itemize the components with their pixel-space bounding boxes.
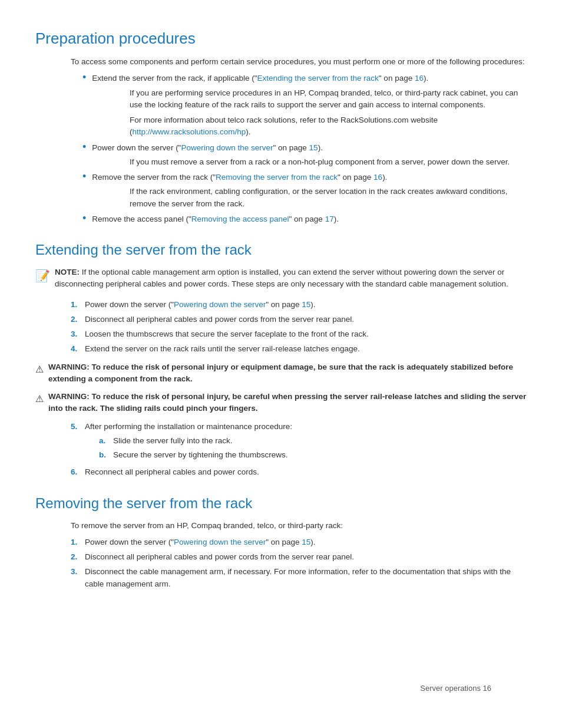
step-text-e3: Loosen the thumbscrews that secure the s… <box>85 328 369 340</box>
bullet-content-2: Power down the server ("Powering down th… <box>92 142 323 154</box>
preparation-intro: To access some components and perform ce… <box>71 56 527 68</box>
step-text-e1: Power down the server ("Powering down th… <box>85 299 316 311</box>
link-racksolutions[interactable]: http://www.racksolutions.com/hp <box>133 127 246 136</box>
link-extending[interactable]: Extending the server from the rack <box>257 74 378 83</box>
bullet-item-1: • Extend the server from the rack, if ap… <box>82 73 527 84</box>
note-text: NOTE: If the optional cable management a… <box>55 266 527 291</box>
warning-box-1: ⚠ WARNING: To reduce the risk of persona… <box>35 361 527 386</box>
bullet-content-3: Remove the server from the rack ("Removi… <box>92 172 387 183</box>
step-text-e4: Extend the server on the rack rails unti… <box>85 343 360 355</box>
note-box: 📝 NOTE: If the optional cable management… <box>35 266 527 291</box>
bullet-content-1: Extend the server from the rack, if appl… <box>92 73 428 84</box>
extending-steps-2: 5. After performing the installation or … <box>71 421 527 479</box>
bullet-2-sub1: If you must remove a server from a rack … <box>130 156 527 168</box>
step-text-r2: Disconnect all peripheral cables and pow… <box>85 551 354 563</box>
link-access-panel[interactable]: Removing the access panel <box>191 215 289 223</box>
step-e6: 6. Reconnect all peripheral cables and p… <box>71 466 527 478</box>
link-page-15-3[interactable]: 15 <box>302 538 310 546</box>
removing-title: Removing the server from the rack <box>35 495 527 512</box>
link-page-16-extend[interactable]: 16 <box>415 74 424 83</box>
bullet-dot-4: • <box>82 212 86 225</box>
step-e4: 4. Extend the server on the rack rails u… <box>71 343 527 355</box>
link-page-16-remove[interactable]: 16 <box>373 173 382 182</box>
bullet-item-3: • Remove the server from the rack ("Remo… <box>82 172 527 183</box>
step-text-e5a: Slide the server fully into the rack. <box>113 435 233 447</box>
step-text-r1: Power down the server ("Powering down th… <box>85 536 316 548</box>
warning-text-1: WARNING: To reduce the risk of personal … <box>48 361 527 386</box>
step-num-e5: 5. <box>71 421 85 433</box>
link-page-17[interactable]: 17 <box>325 215 334 223</box>
bullet-1-sub2: For more information about telco rack so… <box>130 114 527 139</box>
bullet-item-4: • Remove the access panel ("Removing the… <box>82 213 527 225</box>
step-num-e1: 1. <box>71 299 85 311</box>
step-e2: 2. Disconnect all peripheral cables and … <box>71 314 527 325</box>
link-page-15-1[interactable]: 15 <box>309 143 318 152</box>
step-text-e5b: Secure the server by tightening the thum… <box>113 449 287 461</box>
step-label-e5b: b. <box>99 449 113 461</box>
step-num-e6: 6. <box>71 466 85 478</box>
step-r1: 1. Power down the server ("Powering down… <box>71 536 527 548</box>
footer-text: Server operations 16 <box>420 684 491 693</box>
step-text-r3: Disconnect the cable management arm, if … <box>85 566 527 590</box>
bullet-1-sub1: If you are performing service procedures… <box>130 87 527 111</box>
note-icon: 📝 <box>35 267 50 285</box>
link-removing-rack[interactable]: Removing the server from the rack <box>216 173 338 182</box>
extending-title: Extending the server from the rack <box>35 242 527 258</box>
link-page-15-2[interactable]: 15 <box>302 300 310 309</box>
step-label-e5a: a. <box>99 435 113 447</box>
preparation-title: Preparation procedures <box>35 29 527 48</box>
step-num-e2: 2. <box>71 314 85 325</box>
bullet-dot-1: • <box>82 71 86 84</box>
bullet-3-sub1: If the rack environment, cabling configu… <box>130 186 527 210</box>
link-powering-down-1[interactable]: Powering down the server <box>181 143 273 152</box>
step-e5-sub: a. Slide the server fully into the rack.… <box>99 435 292 462</box>
removing-steps: 1. Power down the server ("Powering down… <box>71 536 527 590</box>
removing-intro: To remove the server from an HP, Compaq … <box>71 520 527 532</box>
link-powering-down-3[interactable]: Powering down the server <box>174 538 266 546</box>
warning-triangle-icon-2: ⚠ <box>35 392 44 406</box>
step-e3: 3. Loosen the thumbscrews that secure th… <box>71 328 527 340</box>
step-e1: 1. Power down the server ("Powering down… <box>71 299 527 311</box>
warning-box-2: ⚠ WARNING: To reduce the risk of persona… <box>35 391 527 415</box>
bullet-item-2: • Power down the server ("Powering down … <box>82 142 527 154</box>
link-powering-down-2[interactable]: Powering down the server <box>174 300 266 309</box>
step-num-r2: 2. <box>71 551 85 563</box>
step-text-e5: After performing the installation or mai… <box>85 421 292 464</box>
extending-steps-1: 1. Power down the server ("Powering down… <box>71 299 527 355</box>
step-r2: 2. Disconnect all peripheral cables and … <box>71 551 527 563</box>
page-footer: Server operations 16 <box>420 684 491 693</box>
step-num-r3: 3. <box>71 566 85 578</box>
step-num-r1: 1. <box>71 536 85 548</box>
step-e5b: b. Secure the server by tightening the t… <box>99 449 292 461</box>
preparation-bullets: • Extend the server from the rack, if ap… <box>82 73 527 225</box>
bullet-dot-3: • <box>82 170 86 183</box>
step-text-e6: Reconnect all peripheral cables and powe… <box>85 466 259 478</box>
step-text-e2: Disconnect all peripheral cables and pow… <box>85 314 354 325</box>
page-wrapper: Preparation procedures To access some co… <box>35 29 527 710</box>
step-num-e4: 4. <box>71 343 85 355</box>
bullet-dot-2: • <box>82 141 86 153</box>
warning-triangle-icon-1: ⚠ <box>35 363 44 377</box>
bullet-content-4: Remove the access panel ("Removing the a… <box>92 213 339 225</box>
step-e5: 5. After performing the installation or … <box>71 421 527 464</box>
step-num-e3: 3. <box>71 328 85 340</box>
step-r3: 3. Disconnect the cable management arm, … <box>71 566 527 590</box>
step-e5a: a. Slide the server fully into the rack. <box>99 435 292 447</box>
warning-text-2: WARNING: To reduce the risk of personal … <box>48 391 527 415</box>
